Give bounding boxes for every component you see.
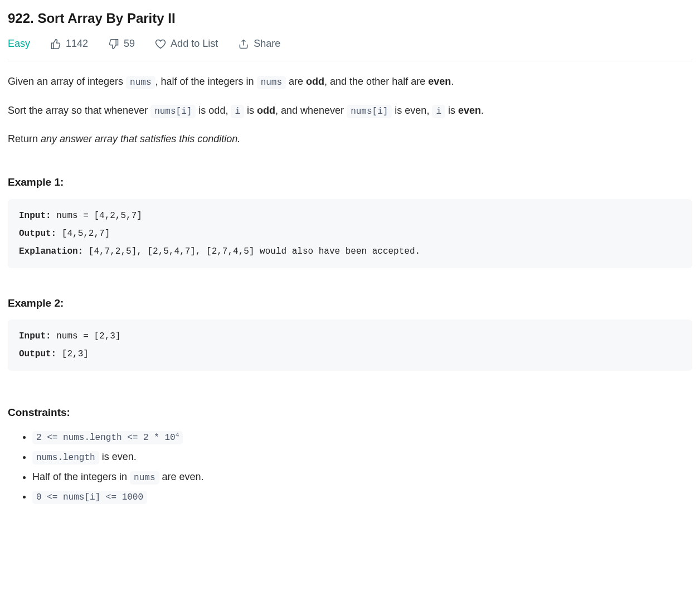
constraint-item: nums.length is even. — [32, 449, 692, 466]
example-heading: Example 2: — [8, 295, 692, 312]
code-inline: 0 <= nums[i] <= 1000 — [32, 491, 147, 504]
code-inline: nums.length — [32, 451, 99, 464]
dislike-count: 59 — [124, 36, 135, 52]
constraint-item: 0 <= nums[i] <= 1000 — [32, 488, 692, 505]
share-icon — [238, 38, 249, 50]
thumbs-up-icon — [50, 38, 61, 50]
code-inline: 2 <= nums.length <= 2 * 104 — [32, 431, 183, 444]
constraint-item: 2 <= nums.length <= 2 * 104 — [32, 429, 692, 446]
code-inline: i — [432, 105, 445, 118]
code-inline: nums — [257, 76, 286, 89]
share-button[interactable]: Share — [238, 36, 280, 52]
code-inline: nums — [130, 471, 159, 485]
like-button[interactable]: 1142 — [50, 36, 88, 52]
dislike-button[interactable]: 59 — [108, 36, 135, 52]
description-paragraph: Given an array of integers nums, half of… — [8, 74, 692, 90]
description-paragraph: Return any answer array that satisfies t… — [8, 131, 692, 147]
description-paragraph: Sort the array so that whenever nums[i] … — [8, 103, 692, 119]
constraints-list: 2 <= nums.length <= 2 * 104 nums.length … — [8, 429, 692, 505]
code-inline: i — [231, 105, 244, 118]
constraints-heading: Constraints: — [8, 404, 692, 421]
example-heading: Example 1: — [8, 174, 692, 191]
problem-title: 922. Sort Array By Parity II — [8, 8, 692, 29]
difficulty-badge: Easy — [8, 36, 30, 52]
code-inline: nums[i] — [150, 105, 196, 118]
code-inline: nums — [126, 76, 155, 89]
example-block: Input: nums = [4,2,5,7] Output: [4,5,2,7… — [8, 199, 692, 268]
heart-icon — [155, 38, 166, 50]
add-to-list-button[interactable]: Add to List — [155, 36, 218, 52]
example-block: Input: nums = [2,3] Output: [2,3] — [8, 319, 692, 371]
share-label: Share — [254, 36, 280, 52]
like-count: 1142 — [66, 36, 88, 52]
meta-row: Easy 1142 59 Add to List Share — [8, 36, 692, 61]
constraint-item: Half of the integers in nums are even. — [32, 469, 692, 486]
code-inline: nums[i] — [347, 105, 392, 118]
thumbs-down-icon — [108, 38, 119, 50]
add-to-list-label: Add to List — [171, 36, 218, 52]
problem-description: Given an array of integers nums, half of… — [8, 74, 692, 505]
